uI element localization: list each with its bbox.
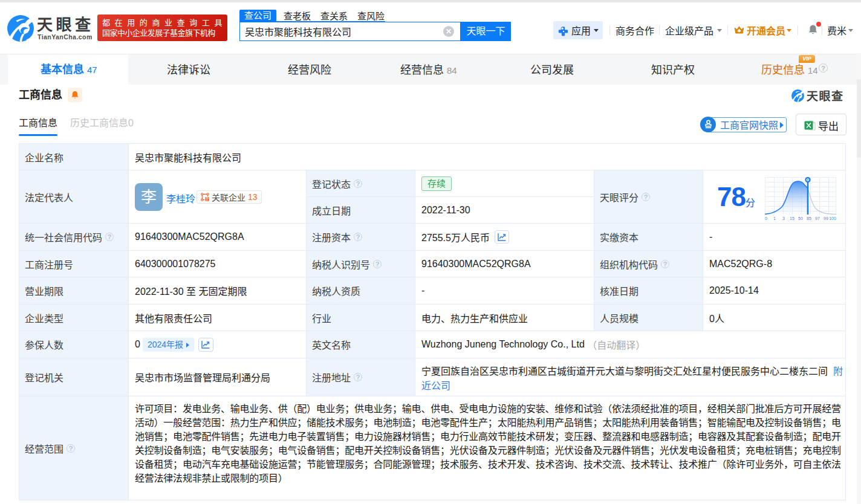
svg-text:3: 3	[782, 216, 785, 221]
svg-text:99: 99	[824, 216, 828, 221]
svg-text:97: 97	[815, 216, 820, 221]
svg-text:100: 100	[829, 216, 836, 221]
svg-text:50: 50	[798, 216, 803, 221]
svg-text:15: 15	[790, 216, 794, 221]
svg-text:85: 85	[807, 216, 811, 221]
svg-text:1: 1	[773, 216, 776, 221]
svg-text:0: 0	[765, 216, 767, 221]
svg-text:企: 企	[206, 196, 209, 201]
